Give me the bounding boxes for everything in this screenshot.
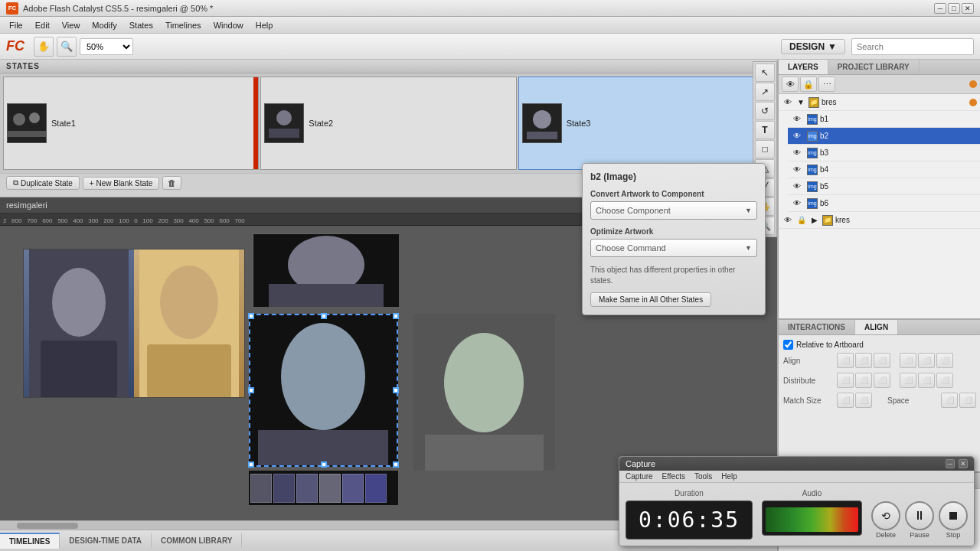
space-h-button[interactable]: ⬜ bbox=[941, 393, 958, 408]
layer-row-b1[interactable]: 👁 img b1 bbox=[788, 111, 980, 128]
duplicate-state-button[interactable]: ⧉ Duplicate State bbox=[6, 176, 80, 190]
direct-select-tool[interactable]: ↗ bbox=[755, 83, 775, 101]
pause-icon[interactable]: ⏸ bbox=[905, 501, 934, 530]
relative-to-artboard-checkbox[interactable] bbox=[783, 340, 793, 350]
lock-icon-kres[interactable]: 🔒 bbox=[795, 214, 808, 227]
thumb-6[interactable] bbox=[365, 474, 387, 503]
eye-icon-b2[interactable]: 👁 bbox=[791, 130, 803, 142]
layer-row-b4[interactable]: 👁 img b4 bbox=[788, 161, 980, 178]
dist-right-button[interactable]: ⬜ bbox=[874, 373, 890, 388]
rec-menu-help[interactable]: Help bbox=[721, 472, 737, 481]
dist-center-v-button[interactable]: ⬜ bbox=[918, 373, 935, 388]
rec-minimize-button[interactable]: ─ bbox=[946, 459, 955, 468]
maximize-button[interactable]: □ bbox=[948, 3, 960, 14]
layer-row-b6[interactable]: 👁 img b6 bbox=[788, 195, 980, 212]
choose-component-dropdown[interactable]: Choose Component ▼ bbox=[590, 201, 757, 220]
align-center-v-button[interactable]: ⬜ bbox=[918, 353, 935, 368]
menu-edit[interactable]: Edit bbox=[29, 19, 56, 31]
space-v-button[interactable]: ⬜ bbox=[959, 393, 976, 408]
stop-button[interactable]: ⏹ Stop bbox=[939, 501, 968, 539]
pause-button[interactable]: ⏸ Pause bbox=[905, 501, 934, 539]
layer-row-b3[interactable]: 👁 img b3 bbox=[788, 145, 980, 161]
text-tool[interactable]: T bbox=[755, 121, 775, 139]
delete-state-button[interactable]: 🗑 bbox=[162, 176, 181, 190]
align-right-button[interactable]: ⬜ bbox=[874, 353, 890, 368]
eye-icon-b6[interactable]: 👁 bbox=[791, 197, 803, 210]
align-center-h-button[interactable]: ⬜ bbox=[855, 353, 872, 368]
photo-main-selected[interactable] bbox=[249, 314, 398, 467]
expand-bres[interactable]: ▼ bbox=[795, 98, 806, 106]
zoom-select[interactable]: 50% 100% 200% bbox=[80, 38, 133, 55]
photo-right[interactable] bbox=[413, 314, 555, 471]
state-thumb-3[interactable]: State3 bbox=[518, 77, 774, 170]
eye-icon-b1[interactable]: 👁 bbox=[791, 113, 803, 126]
menu-timelines[interactable]: Timelines bbox=[159, 19, 207, 31]
menu-modify[interactable]: Modify bbox=[86, 19, 122, 31]
choose-command-dropdown[interactable]: Choose Command ▼ bbox=[590, 239, 757, 257]
search-input[interactable] bbox=[851, 38, 974, 55]
layer-row-kres[interactable]: 👁 🔒 ▶ 📁 kres bbox=[779, 212, 980, 229]
tab-layers[interactable]: LAYERS bbox=[779, 60, 828, 74]
menu-help[interactable]: Help bbox=[250, 19, 279, 31]
eye-icon-bres[interactable]: 👁 bbox=[782, 96, 794, 109]
align-top-button[interactable]: ⬜ bbox=[900, 353, 916, 368]
rec-menu-effects[interactable]: Effects bbox=[662, 472, 685, 481]
menu-window[interactable]: Window bbox=[207, 19, 250, 31]
photo-collage-left[interactable] bbox=[23, 249, 245, 398]
tab-timelines[interactable]: TIMELINES bbox=[0, 533, 60, 549]
state-thumb-2[interactable]: State2 bbox=[260, 77, 516, 170]
visibility-toggle[interactable]: 👁 bbox=[782, 77, 799, 92]
eye-icon-b3[interactable]: 👁 bbox=[791, 147, 803, 159]
tab-project-library[interactable]: PROJECT LIBRARY bbox=[828, 60, 920, 74]
tab-interactions[interactable]: INTERACTIONS bbox=[779, 320, 855, 334]
thumb-3[interactable] bbox=[296, 474, 318, 503]
design-button[interactable]: DESIGN ▼ bbox=[781, 39, 845, 54]
stop-icon[interactable]: ⏹ bbox=[939, 501, 968, 530]
layer-options[interactable]: ⋯ bbox=[818, 77, 835, 92]
match-width-button[interactable]: ⬜ bbox=[837, 393, 854, 408]
align-left-button[interactable]: ⬜ bbox=[837, 353, 854, 368]
scroll-thumb[interactable] bbox=[17, 523, 78, 529]
layer-row-b5[interactable]: 👁 img b5 bbox=[788, 178, 980, 195]
photo-thumbnails-strip[interactable] bbox=[249, 471, 398, 505]
dist-top-button[interactable]: ⬜ bbox=[900, 373, 916, 388]
tab-design-time-data[interactable]: DESIGN-TIME DATA bbox=[60, 533, 152, 548]
delete-icon[interactable]: ⟲ bbox=[871, 501, 900, 530]
thumb-1[interactable] bbox=[250, 474, 272, 503]
hand-tool[interactable]: ✋ bbox=[34, 37, 54, 57]
zoom-tool[interactable]: 🔍 bbox=[57, 37, 77, 57]
thumb-4[interactable] bbox=[319, 474, 341, 503]
rec-menu-tools[interactable]: Tools bbox=[694, 472, 712, 481]
thumb-2[interactable] bbox=[273, 474, 295, 503]
menu-file[interactable]: File bbox=[3, 19, 29, 31]
refresh-tool[interactable]: ↺ bbox=[755, 102, 775, 120]
align-bottom-button[interactable]: ⬜ bbox=[936, 353, 953, 368]
tab-common-library[interactable]: COMMON LIBRARY bbox=[152, 533, 243, 548]
menu-states[interactable]: States bbox=[123, 19, 159, 31]
minimize-button[interactable]: ─ bbox=[934, 3, 946, 14]
photo-top-right[interactable] bbox=[253, 233, 398, 306]
rect-tool[interactable]: □ bbox=[755, 140, 775, 158]
window-controls[interactable]: ─ □ ✕ bbox=[934, 3, 974, 14]
layer-row-bres[interactable]: 👁 ▼ 📁 bres bbox=[779, 94, 980, 111]
tab-align[interactable]: ALIGN bbox=[855, 320, 898, 334]
dist-left-button[interactable]: ⬜ bbox=[837, 373, 854, 388]
close-button[interactable]: ✕ bbox=[962, 3, 974, 14]
menu-view[interactable]: View bbox=[56, 19, 87, 31]
expand-kres[interactable]: ▶ bbox=[809, 216, 820, 224]
recording-window-controls[interactable]: ─ ✕ bbox=[943, 459, 968, 468]
make-same-button[interactable]: Make Same in All Other States bbox=[590, 292, 711, 307]
delete-button[interactable]: ⟲ Delete bbox=[871, 501, 900, 539]
state-thumb-1[interactable]: State1 bbox=[3, 77, 259, 170]
select-tool[interactable]: ↖ bbox=[755, 64, 775, 82]
layer-badge-btn[interactable] bbox=[969, 80, 977, 88]
lock-toggle[interactable]: 🔒 bbox=[800, 77, 817, 92]
layer-row-b2[interactable]: 👁 img b2 bbox=[788, 128, 980, 145]
eye-icon-b4[interactable]: 👁 bbox=[791, 164, 803, 176]
dist-bottom-button[interactable]: ⬜ bbox=[936, 373, 953, 388]
rec-menu-capture[interactable]: Capture bbox=[626, 472, 653, 481]
new-blank-state-button[interactable]: + New Blank State bbox=[83, 177, 160, 190]
eye-icon-kres[interactable]: 👁 bbox=[782, 214, 794, 227]
match-height-button[interactable]: ⬜ bbox=[855, 393, 872, 408]
thumb-5[interactable] bbox=[342, 474, 364, 503]
